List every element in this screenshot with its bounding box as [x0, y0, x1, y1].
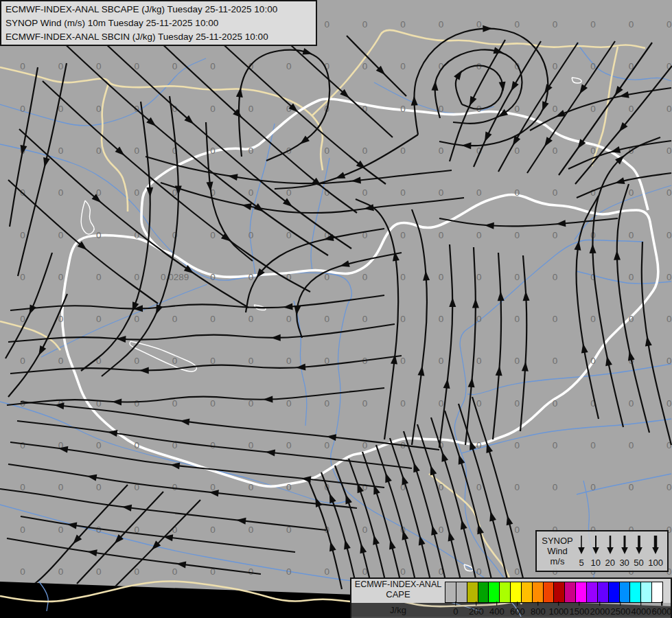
title-line-wind: SYNOP Wind (m/s) 10m Tuesday 25-11-2025 … [5, 16, 312, 30]
wind-speed-column: 5 [577, 533, 586, 569]
value-label: 0 [324, 146, 329, 156]
value-label: 0 [514, 440, 520, 450]
value-label: 0 [514, 272, 520, 282]
value-label: 0 [439, 482, 444, 492]
value-label: 0 [590, 314, 596, 324]
value-label: 0 [248, 230, 254, 240]
wind-speed-column: 10 [590, 533, 600, 569]
value-label: 0 [210, 146, 216, 156]
value-label: 0 [476, 61, 482, 71]
value-label: 0 [629, 104, 634, 114]
value-label: 0 [96, 146, 102, 156]
value-label: 0 [96, 566, 102, 577]
value-label: 0 [20, 525, 25, 535]
down-arrow-icon [605, 534, 615, 555]
value-label: 0 [476, 272, 482, 282]
value-label: 0 [439, 398, 444, 409]
value-label: 0 [629, 398, 634, 409]
value-label: 0 [248, 482, 254, 492]
cape-color-cell [630, 582, 641, 602]
title-line-sbcape: ECMWF-INDEX-ANAL SBCAPE (J/kg) Tuesday 2… [5, 3, 312, 16]
value-label: 0 [210, 104, 216, 114]
value-label: 0 [553, 314, 558, 324]
value-label: 0 [134, 146, 139, 156]
value-label: 0 [248, 272, 254, 282]
wind-legend-title: SYNOP Wind m/s [540, 533, 575, 569]
cape-legend-param-label: CAPE [353, 589, 443, 599]
value-label: 0 [553, 230, 558, 240]
value-label: 0 [172, 566, 178, 577]
value-label: 0 [629, 314, 634, 324]
value-label: 0 [629, 440, 634, 450]
value-label: 0 [553, 356, 558, 366]
value-label: 0 [514, 146, 520, 156]
value-label: 0 [553, 104, 558, 114]
cape-tick-mark [476, 602, 477, 606]
value-label: 0 [439, 187, 444, 198]
wind-speed-label: 30 [619, 558, 629, 568]
value-label: 0 [248, 187, 254, 198]
value-label: 0 [58, 61, 64, 71]
value-label: 0 [286, 61, 292, 71]
value-label: 0 [667, 146, 672, 156]
value-label: 0 [58, 566, 64, 577]
wind-speed-column: 100 [648, 533, 663, 569]
value-label: 0 [134, 272, 139, 282]
value-label: 0 [590, 440, 596, 450]
value-label: 0 [96, 61, 102, 71]
value-label: 0 [96, 230, 102, 240]
cape-color-cell [544, 582, 555, 602]
value-label: 0 [476, 440, 482, 450]
value-label: 0 [172, 398, 178, 409]
value-label: 0 [20, 61, 25, 71]
value-label: 0 [667, 104, 672, 114]
value-label: 0 [134, 398, 139, 409]
value-label: 0 [324, 398, 329, 409]
value-label: 0 [20, 356, 25, 366]
value-label: 0 [667, 482, 672, 492]
cape-color-cell [565, 582, 576, 602]
value-label: 0 [514, 19, 520, 30]
value-label: 0 [96, 104, 102, 114]
value-label: 0 [20, 440, 25, 450]
value-label: 0 [248, 146, 254, 156]
value-label: 0 [324, 314, 329, 324]
value-label: 0 [210, 272, 216, 282]
value-label: 0 [96, 440, 102, 450]
cape-tick-mark [620, 602, 621, 606]
cape-tick-label: 800 [531, 606, 546, 617]
value-label: 0 [629, 272, 634, 282]
wind-legend-title-line: Wind [547, 546, 568, 556]
value-label: 0 [58, 482, 64, 492]
cape-tick-mark [661, 602, 662, 606]
value-label: 0 [58, 272, 64, 282]
cape-color-cell [587, 582, 598, 602]
value-label: 0 [362, 61, 368, 71]
cape-scale-ticks: 0200400600800100015002000250040006000 [445, 602, 662, 618]
value-label: 0 [590, 146, 596, 156]
value-label: 0 [400, 104, 406, 114]
value-label: 0 [248, 356, 254, 366]
cape-color-cell [500, 582, 511, 602]
cape-legend-title: ECMWF-INDEX-ANAL CAPE [353, 580, 443, 599]
value-label: 0 [248, 566, 254, 577]
cape-color-cell [445, 582, 456, 602]
streamline-map: 0000000000000000000000000000000000000000… [0, 0, 672, 618]
wind-legend: SYNOP Wind m/s 510203050100 [535, 530, 669, 572]
cape-color-cell [598, 582, 609, 602]
value-label: 0 [439, 19, 444, 30]
value-label: 0 [248, 440, 254, 450]
cape-tick-mark [455, 602, 456, 606]
value-label: 0 [96, 482, 102, 492]
value-label: 0 [96, 314, 102, 324]
cape-color-cell [478, 582, 489, 602]
cape-tick-label: 6000 [652, 606, 672, 617]
cape-tick-label: 400 [489, 606, 505, 617]
cape-color-cell [522, 582, 533, 602]
value-label: 0 [514, 187, 520, 198]
value-label: 0 [400, 314, 406, 324]
value-label: 0 [172, 314, 178, 324]
value-label: 0 [362, 314, 368, 324]
value-label: 0 [553, 440, 558, 450]
cape-color-cell [456, 582, 467, 602]
